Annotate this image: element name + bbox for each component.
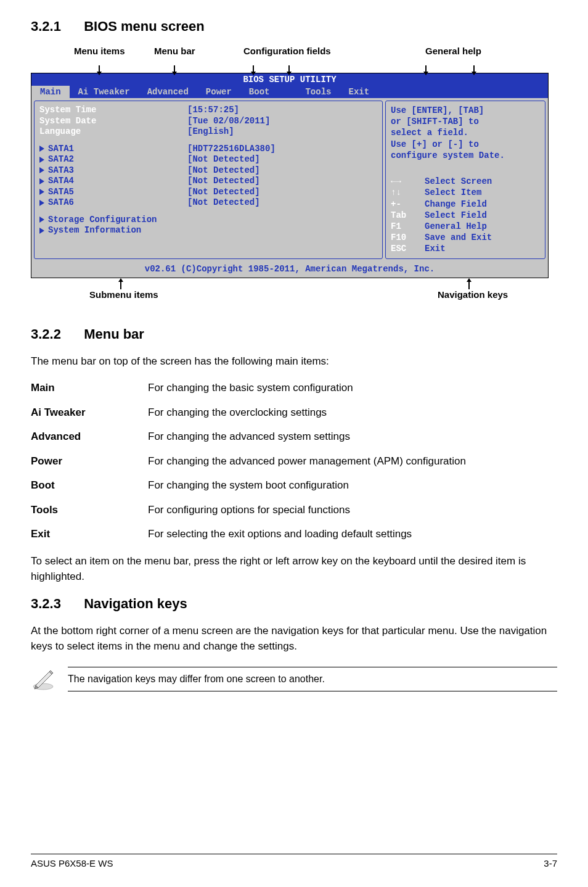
bios-footer: v02.61 (C)Copyright 1985-2011, American … bbox=[31, 262, 548, 278]
footer-right: 3-7 bbox=[544, 858, 557, 868]
section-title: BIOS menu screen bbox=[84, 19, 205, 34]
bios-row-sata4[interactable]: SATA4 [Not Detected] bbox=[39, 176, 377, 187]
table-label: Ai Tweaker bbox=[31, 405, 148, 421]
bios-row-sata3[interactable]: SATA3 [Not Detected] bbox=[39, 165, 377, 176]
triangle-right-icon bbox=[39, 146, 44, 152]
table-label: Boot bbox=[31, 477, 148, 493]
table-row: Advanced For changing the advanced syste… bbox=[31, 429, 557, 445]
section-number: 3.2.2 bbox=[31, 326, 80, 342]
label-menu-items: Menu items bbox=[74, 46, 125, 56]
bios-tab-power[interactable]: Power bbox=[197, 86, 240, 98]
label-menu-bar: Menu bar bbox=[154, 46, 195, 56]
table-desc: For changing the basic system configurat… bbox=[148, 380, 557, 396]
bios-tab-main[interactable]: Main bbox=[31, 86, 70, 98]
pencil-note-icon bbox=[31, 666, 55, 693]
bios-left-panel: System Time [15:57:25] System Date [Tue … bbox=[34, 101, 383, 259]
bios-screenshot: BIOS SETUP UTILITY Main Ai Tweaker Advan… bbox=[31, 73, 549, 278]
bios-row-sata6[interactable]: SATA6 [Not Detected] bbox=[39, 197, 377, 208]
menubar-items-table: Main For changing the basic system confi… bbox=[31, 380, 557, 542]
table-label: Tools bbox=[31, 502, 148, 518]
table-row: Ai Tweaker For changing the overclocking… bbox=[31, 405, 557, 421]
table-desc: For changing the system boot configurati… bbox=[148, 477, 557, 493]
bios-row-sata2[interactable]: SATA2 [Not Detected] bbox=[39, 154, 377, 165]
triangle-right-icon bbox=[39, 200, 44, 206]
select-item-text: To select an item on the menu bar, press… bbox=[31, 553, 557, 585]
bios-tab-advanced[interactable]: Advanced bbox=[139, 86, 197, 98]
note-row: The navigation keys may differ from one … bbox=[31, 666, 557, 693]
bios-row-sata1[interactable]: SATA1 [HDT722516DLA380] bbox=[39, 144, 377, 155]
menubar-intro-text: The menu bar on top of the screen has th… bbox=[31, 353, 557, 369]
bottom-callout-labels: Submenu items Navigation keys bbox=[31, 281, 557, 302]
triangle-right-icon bbox=[39, 157, 44, 163]
triangle-right-icon bbox=[39, 217, 44, 223]
table-desc: For changing the overclocking settings bbox=[148, 405, 557, 421]
table-desc: For changing the advanced power manageme… bbox=[148, 453, 557, 469]
label-general-help: General help bbox=[425, 46, 481, 56]
bios-help-text: Use [ENTER], [TAB] or [SHIFT-TAB] to sel… bbox=[391, 105, 540, 161]
table-label: Advanced bbox=[31, 429, 148, 445]
bios-row-system-time[interactable]: System Time [15:57:25] bbox=[39, 105, 377, 116]
bios-right-panel: Use [ENTER], [TAB] or [SHIFT-TAB] to sel… bbox=[385, 101, 545, 259]
note-text: The navigation keys may differ from one … bbox=[68, 667, 557, 691]
bios-title: BIOS SETUP UTILITY bbox=[31, 73, 548, 86]
table-row: Power For changing the advanced power ma… bbox=[31, 453, 557, 469]
table-row: Exit For selecting the exit options and … bbox=[31, 526, 557, 542]
table-row: Main For changing the basic system confi… bbox=[31, 380, 557, 396]
bios-nav-keys: ←→Select Screen ↑↓Select Item +-Change F… bbox=[391, 176, 540, 254]
triangle-right-icon bbox=[39, 189, 44, 195]
bios-tab-tools[interactable]: Tools bbox=[296, 86, 340, 98]
bios-row-system-date[interactable]: System Date [Tue 02/08/2011] bbox=[39, 116, 377, 127]
navkeys-intro-text: At the bottom right corner of a menu scr… bbox=[31, 623, 557, 654]
label-config-fields: Configuration fields bbox=[243, 46, 331, 56]
label-submenu-items: Submenu items bbox=[89, 289, 158, 300]
section-title: Menu bar bbox=[84, 326, 144, 342]
bios-row-language[interactable]: Language [English] bbox=[39, 126, 377, 138]
table-desc: For changing the advanced system setting… bbox=[148, 429, 557, 445]
table-label: Power bbox=[31, 453, 148, 469]
section-heading-3: 3.2.3 Navigation keys bbox=[31, 596, 557, 612]
section-number: 3.2.3 bbox=[31, 596, 80, 612]
table-desc: For selecting the exit options and loadi… bbox=[148, 526, 557, 542]
footer-left: ASUS P6X58-E WS bbox=[31, 858, 113, 868]
section-heading-1: 3.2.1 BIOS menu screen bbox=[31, 19, 557, 35]
label-navigation-keys: Navigation keys bbox=[438, 289, 508, 300]
bios-tab-exit[interactable]: Exit bbox=[340, 86, 378, 98]
bios-tab-boot[interactable]: Boot bbox=[240, 86, 279, 98]
top-callout-labels: Menu items Menu bar Configuration fields… bbox=[31, 46, 557, 63]
bios-row-sata5[interactable]: SATA5 [Not Detected] bbox=[39, 187, 377, 198]
bios-row-system-info[interactable]: System Information bbox=[39, 225, 377, 236]
bios-row-storage-config[interactable]: Storage Configuration bbox=[39, 215, 377, 226]
bios-tab-aitweaker[interactable]: Ai Tweaker bbox=[70, 86, 139, 98]
table-desc: For configuring options for special func… bbox=[148, 502, 557, 518]
table-row: Tools For configuring options for specia… bbox=[31, 502, 557, 518]
bios-menubar: Main Ai Tweaker Advanced Power Boot Tool… bbox=[31, 86, 548, 98]
table-label: Exit bbox=[31, 526, 148, 542]
triangle-right-icon bbox=[39, 228, 44, 234]
top-callout-arrows bbox=[31, 65, 557, 73]
section-heading-2: 3.2.2 Menu bar bbox=[31, 326, 557, 342]
table-row: Boot For changing the system boot config… bbox=[31, 477, 557, 493]
section-title: Navigation keys bbox=[84, 596, 187, 611]
section-number: 3.2.1 bbox=[31, 19, 80, 35]
triangle-right-icon bbox=[39, 178, 44, 184]
triangle-right-icon bbox=[39, 167, 44, 173]
table-label: Main bbox=[31, 380, 148, 396]
page-footer: ASUS P6X58-E WS 3-7 bbox=[31, 854, 557, 868]
